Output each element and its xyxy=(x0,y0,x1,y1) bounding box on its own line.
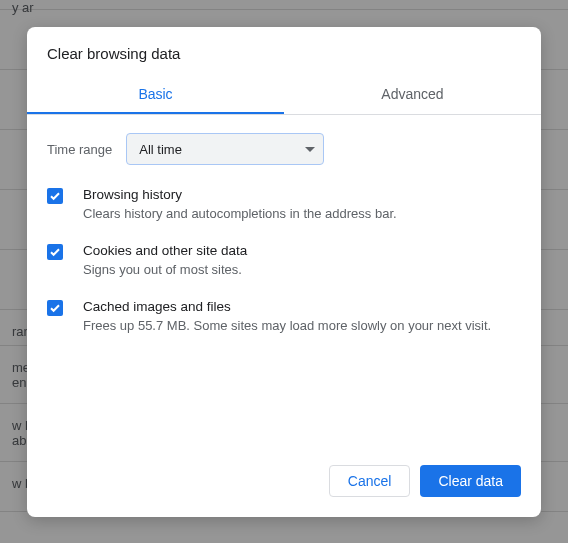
time-range-value: All time xyxy=(139,142,182,157)
time-range-row: Time range All time xyxy=(47,133,521,165)
option-text: Cached images and files Frees up 55.7 MB… xyxy=(83,299,491,335)
time-range-label: Time range xyxy=(47,142,112,157)
dialog-footer: Cancel Clear data xyxy=(27,449,541,517)
option-cookies: Cookies and other site data Signs you ou… xyxy=(47,243,521,279)
tab-advanced[interactable]: Advanced xyxy=(284,76,541,114)
option-title: Cached images and files xyxy=(83,299,491,314)
checkmark-icon xyxy=(49,246,61,258)
option-text: Cookies and other site data Signs you ou… xyxy=(83,243,247,279)
option-desc: Signs you out of most sites. xyxy=(83,261,247,279)
tab-basic[interactable]: Basic xyxy=(27,76,284,114)
checkbox-cache[interactable] xyxy=(47,300,63,316)
time-range-select[interactable]: All time xyxy=(126,133,324,165)
option-browsing-history: Browsing history Clears history and auto… xyxy=(47,187,521,223)
dialog-title: Clear browsing data xyxy=(27,27,541,76)
checkmark-icon xyxy=(49,302,61,314)
dialog-content: Time range All time Browsing history Cle… xyxy=(27,115,541,449)
option-text: Browsing history Clears history and auto… xyxy=(83,187,397,223)
cancel-button[interactable]: Cancel xyxy=(329,465,411,497)
chevron-down-icon xyxy=(305,147,315,152)
checkmark-icon xyxy=(49,190,61,202)
option-cache: Cached images and files Frees up 55.7 MB… xyxy=(47,299,521,335)
option-title: Browsing history xyxy=(83,187,397,202)
checkbox-browsing-history[interactable] xyxy=(47,188,63,204)
option-desc: Frees up 55.7 MB. Some sites may load mo… xyxy=(83,317,491,335)
option-desc: Clears history and autocompletions in th… xyxy=(83,205,397,223)
clear-browsing-data-dialog: Clear browsing data Basic Advanced Time … xyxy=(27,27,541,517)
clear-data-button[interactable]: Clear data xyxy=(420,465,521,497)
checkbox-cookies[interactable] xyxy=(47,244,63,260)
tabs: Basic Advanced xyxy=(27,76,541,115)
option-title: Cookies and other site data xyxy=(83,243,247,258)
